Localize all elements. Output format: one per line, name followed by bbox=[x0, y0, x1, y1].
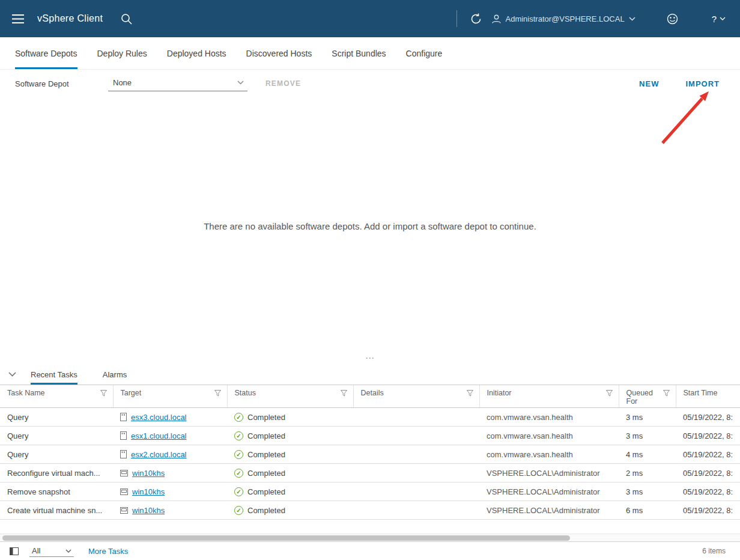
start-time-cell: 05/19/2022, 8: bbox=[676, 501, 740, 520]
target-link[interactable]: win10khs bbox=[132, 469, 165, 478]
app-header: vSphere Client Administrator@VSPHERE.LOC… bbox=[0, 0, 740, 37]
queued-for-cell: 3 ms bbox=[619, 427, 676, 445]
tab-deploy-rules[interactable]: Deploy Rules bbox=[97, 37, 147, 69]
filter-icon[interactable] bbox=[663, 390, 670, 397]
table-row[interactable]: Query esx1.cloud.local ✓Completed com.vm… bbox=[0, 427, 740, 445]
status-text: Completed bbox=[247, 469, 285, 478]
help-menu[interactable]: ? bbox=[706, 14, 732, 24]
start-time-cell: 05/19/2022, 8: bbox=[676, 427, 740, 445]
column-header-queued-for[interactable]: Queued For bbox=[619, 385, 676, 408]
tab-configure[interactable]: Configure bbox=[406, 37, 443, 69]
software-depot-select-value: None bbox=[113, 78, 132, 87]
column-header-task-name[interactable]: Task Name bbox=[0, 385, 113, 408]
more-tasks-link[interactable]: More Tasks bbox=[88, 547, 128, 556]
vm-icon bbox=[120, 507, 128, 514]
table-row[interactable]: Reconfigure virtual mach... win10khs ✓Co… bbox=[0, 464, 740, 482]
column-header-start-time[interactable]: Start Time bbox=[676, 385, 740, 408]
initiator-cell: com.vmware.vsan.health bbox=[479, 445, 619, 464]
collapse-panel-icon[interactable] bbox=[8, 364, 16, 385]
vm-icon bbox=[120, 488, 128, 495]
vm-icon bbox=[120, 470, 128, 476]
horizontal-scrollbar[interactable] bbox=[0, 534, 740, 541]
tab-script-bundles[interactable]: Script Bundles bbox=[332, 37, 386, 69]
tab-deployed-hosts[interactable]: Deployed Hosts bbox=[167, 37, 226, 69]
details-cell bbox=[353, 482, 479, 501]
chevron-down-icon bbox=[629, 17, 635, 21]
filter-icon[interactable] bbox=[606, 390, 613, 397]
pane-toggle-icon[interactable] bbox=[10, 547, 19, 555]
task-filter-select[interactable]: All bbox=[29, 545, 74, 557]
details-cell bbox=[353, 464, 479, 482]
tab-software-depots[interactable]: Software Depots bbox=[15, 37, 77, 69]
chevron-down-icon bbox=[237, 81, 244, 85]
filter-icon[interactable] bbox=[467, 390, 473, 397]
tab-recent-tasks[interactable]: Recent Tasks bbox=[31, 364, 77, 385]
filter-icon[interactable] bbox=[214, 390, 221, 397]
details-cell bbox=[353, 408, 479, 427]
task-name-cell: Query bbox=[0, 408, 113, 427]
initiator-cell: VSPHERE.LOCAL\Administrator bbox=[479, 482, 619, 501]
task-filter-value: All bbox=[32, 546, 40, 555]
target-link[interactable]: win10khs bbox=[132, 506, 165, 515]
host-icon bbox=[120, 413, 127, 421]
hamburger-menu-icon[interactable] bbox=[0, 14, 32, 23]
import-button[interactable]: IMPORT bbox=[685, 79, 720, 88]
queued-for-cell: 4 ms bbox=[619, 445, 676, 464]
chevron-down-icon bbox=[65, 549, 71, 553]
start-time-cell: 05/19/2022, 8: bbox=[676, 482, 740, 501]
target-link[interactable]: esx1.cloud.local bbox=[131, 431, 187, 440]
header-divider bbox=[456, 10, 457, 27]
software-depot-bar: Software Depot None REMOVE NEW IMPORT bbox=[0, 70, 740, 97]
task-name-cell: Create virtual machine sn... bbox=[0, 501, 113, 520]
scrollbar-thumb[interactable] bbox=[2, 535, 570, 541]
tab-discovered-hosts[interactable]: Discovered Hosts bbox=[246, 37, 312, 69]
items-count: 6 items bbox=[702, 547, 726, 555]
panel-splitter[interactable]: ⋯ bbox=[0, 355, 740, 364]
status-text: Completed bbox=[247, 506, 285, 515]
task-name-cell: Reconfigure virtual mach... bbox=[0, 464, 113, 482]
smiley-feedback-icon[interactable] bbox=[661, 13, 684, 25]
completed-icon: ✓ bbox=[234, 487, 243, 496]
remove-button[interactable]: REMOVE bbox=[265, 79, 301, 88]
filter-icon[interactable] bbox=[100, 390, 107, 397]
host-icon bbox=[120, 450, 127, 458]
initiator-cell: VSPHERE.LOCAL\Administrator bbox=[479, 464, 619, 482]
software-depot-label: Software Depot bbox=[15, 79, 108, 88]
status-text: Completed bbox=[247, 413, 285, 422]
completed-icon: ✓ bbox=[234, 450, 243, 459]
initiator-cell: VSPHERE.LOCAL\Administrator bbox=[479, 501, 619, 520]
table-row[interactable]: Query esx2.cloud.local ✓Completed com.vm… bbox=[0, 445, 740, 464]
splitter-handle-icon[interactable]: ⋯ bbox=[365, 355, 375, 361]
new-button[interactable]: NEW bbox=[639, 79, 659, 88]
table-row[interactable]: Create virtual machine sn... win10khs ✓C… bbox=[0, 501, 740, 520]
table-row[interactable]: Remove snapshot win10khs ✓Completed VSPH… bbox=[0, 482, 740, 501]
target-link[interactable]: win10khs bbox=[132, 487, 165, 496]
tab-alarms[interactable]: Alarms bbox=[103, 364, 127, 385]
column-header-status[interactable]: Status bbox=[227, 385, 353, 408]
details-cell bbox=[353, 445, 479, 464]
recent-tasks-table: Task Name Target Status Details Initiato… bbox=[0, 385, 740, 520]
tasks-panel-tab-bar: Recent Tasks Alarms bbox=[0, 364, 740, 385]
vsphere-client-window: vSphere Client Administrator@VSPHERE.LOC… bbox=[0, 0, 740, 560]
search-icon[interactable] bbox=[121, 13, 132, 25]
column-header-details[interactable]: Details bbox=[353, 385, 479, 408]
column-header-target[interactable]: Target bbox=[113, 385, 227, 408]
table-row[interactable]: Query esx3.cloud.local ✓Completed com.vm… bbox=[0, 408, 740, 427]
target-link[interactable]: esx3.cloud.local bbox=[131, 413, 187, 422]
completed-icon: ✓ bbox=[234, 413, 243, 422]
filter-icon[interactable] bbox=[341, 390, 347, 397]
refresh-icon[interactable] bbox=[464, 13, 488, 25]
start-time-cell: 05/19/2022, 8: bbox=[676, 408, 740, 427]
completed-icon: ✓ bbox=[234, 469, 243, 478]
initiator-cell: com.vmware.vsan.health bbox=[479, 427, 619, 445]
user-icon bbox=[491, 14, 502, 24]
empty-state-message: There are no available software depots. … bbox=[204, 221, 536, 231]
target-link[interactable]: esx2.cloud.local bbox=[131, 450, 187, 459]
queued-for-cell: 3 ms bbox=[619, 482, 676, 501]
column-header-initiator[interactable]: Initiator bbox=[479, 385, 619, 408]
status-text: Completed bbox=[247, 487, 285, 496]
table-filler bbox=[0, 520, 740, 534]
user-menu[interactable]: Administrator@VSPHERE.LOCAL bbox=[491, 14, 635, 24]
software-depot-select[interactable]: None bbox=[108, 76, 247, 91]
status-text: Completed bbox=[247, 431, 285, 440]
